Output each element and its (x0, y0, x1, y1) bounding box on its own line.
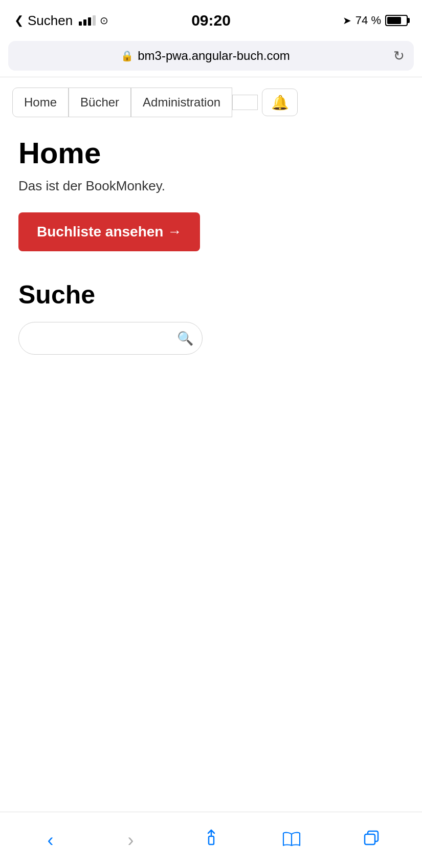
status-back-label: Suchen (28, 13, 73, 29)
browser-back-icon: ‹ (48, 830, 54, 851)
search-input[interactable] (18, 322, 203, 355)
browser-share-button[interactable] (191, 820, 232, 861)
browser-tabs-icon (364, 830, 380, 851)
browser-share-icon (203, 829, 219, 852)
suche-title: Suche (18, 280, 404, 310)
buchliste-label: Buchliste ansehen → (37, 224, 182, 240)
status-left: ❮ Suchen ⊙ (14, 13, 108, 29)
status-right: ➤ 74 % (343, 14, 408, 27)
tab-administration[interactable]: Administration (131, 88, 232, 117)
signal-icon (79, 15, 96, 26)
browser-forward-button[interactable]: › (110, 820, 151, 861)
lock-icon: 🔒 (121, 50, 134, 62)
page-body: Home Das ist der BookMonkey. Buchliste a… (0, 117, 422, 373)
browser-bookmarks-icon (282, 830, 301, 851)
url-content: 🔒 bm3-pwa.angular-buch.com (17, 49, 393, 63)
tab-empty[interactable] (232, 95, 258, 110)
svg-rect-3 (365, 834, 375, 844)
tab-bucher[interactable]: Bücher (69, 88, 131, 117)
browser-tabs-button[interactable] (351, 820, 392, 861)
battery-percent: 74 % (356, 14, 381, 27)
svg-rect-0 (209, 836, 214, 844)
location-icon: ➤ (343, 14, 351, 27)
nav-tabs: Home Bücher Administration 🔔 (0, 77, 422, 117)
search-icon: 🔍 (177, 331, 193, 346)
main-content: Home Bücher Administration 🔔 Home Das is… (0, 77, 422, 812)
url-bar[interactable]: 🔒 bm3-pwa.angular-buch.com ↻ (8, 41, 414, 71)
bell-icon: 🔔 (271, 94, 289, 111)
battery-icon (385, 15, 408, 26)
status-bar: ❮ Suchen ⊙ 09:20 ➤ 74 % (0, 0, 422, 41)
browser-bottom-bar: ‹ › (0, 812, 422, 868)
back-arrow-icon: ❮ (14, 14, 24, 27)
browser-back-button[interactable]: ‹ (30, 820, 71, 861)
search-container: 🔍 (18, 322, 203, 355)
wifi-icon: ⊙ (100, 14, 108, 27)
page-title: Home (18, 136, 404, 170)
page-description: Das ist der BookMonkey. (18, 178, 404, 194)
browser-forward-icon: › (128, 830, 134, 851)
tab-bell[interactable]: 🔔 (262, 89, 298, 116)
tab-home[interactable]: Home (12, 88, 69, 117)
status-time: 09:20 (191, 12, 231, 29)
url-text: bm3-pwa.angular-buch.com (138, 49, 290, 63)
buchliste-button[interactable]: Buchliste ansehen → (18, 212, 200, 251)
browser-bookmarks-button[interactable] (271, 820, 312, 861)
refresh-icon[interactable]: ↻ (393, 48, 405, 64)
